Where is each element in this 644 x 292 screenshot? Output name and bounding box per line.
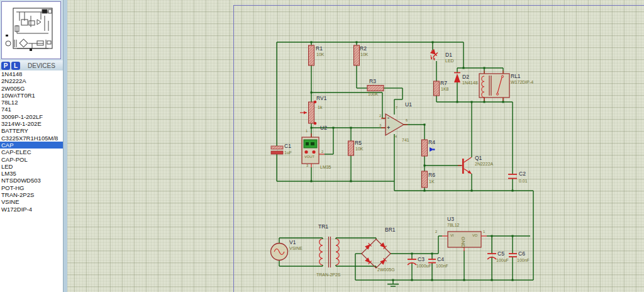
component-c2[interactable] bbox=[508, 174, 517, 179]
label-c1: C1 bbox=[284, 143, 291, 149]
device-list-item[interactable]: W172DIP-4 bbox=[0, 206, 63, 213]
device-list-item[interactable]: 3009P-1-202LF bbox=[0, 113, 63, 120]
value-rl1: W172DIP-4 bbox=[511, 80, 533, 84]
label-u2: U2 bbox=[320, 125, 327, 131]
label-d1: D1 bbox=[445, 52, 452, 58]
component-br1-bridge[interactable] bbox=[362, 239, 391, 268]
device-list[interactable]: 1N4148 2N2222A 2W005G 10WATT0R1 78L12 74… bbox=[0, 70, 63, 292]
device-list-item[interactable]: CAP-ELEC bbox=[0, 149, 63, 155]
device-list-item[interactable]: 2N2222A bbox=[0, 77, 63, 84]
component-r7[interactable] bbox=[434, 81, 440, 96]
component-r4[interactable] bbox=[422, 140, 428, 156]
label-c5: C5 bbox=[497, 251, 504, 257]
device-list-item[interactable]: NTSD0WD503 bbox=[0, 177, 63, 184]
component-q1[interactable] bbox=[458, 157, 472, 174]
u1-pin-vminus: 4 bbox=[395, 135, 397, 139]
device-list-item-selected[interactable]: CAP bbox=[0, 142, 63, 149]
label-c4: C4 bbox=[437, 257, 444, 262]
u1-pin-inv: 2 bbox=[379, 115, 381, 118]
u3-pin-out: 1 bbox=[483, 230, 485, 234]
label-r5: R5 bbox=[355, 140, 362, 146]
devices-header-label: DEVICES bbox=[28, 62, 55, 69]
label-r4: R4 bbox=[428, 140, 435, 145]
label-c2: C2 bbox=[519, 171, 526, 177]
device-list-item[interactable]: TRAN-2P2S bbox=[0, 191, 63, 198]
component-rv1[interactable] bbox=[300, 101, 316, 125]
component-u1-741[interactable] bbox=[381, 114, 408, 135]
value-q1: 2N2222A bbox=[475, 162, 493, 166]
label-c3: C3 bbox=[418, 257, 425, 262]
label-rv1: RV1 bbox=[316, 96, 326, 101]
component-r6[interactable] bbox=[422, 171, 428, 188]
label-u1: U1 bbox=[405, 102, 412, 108]
value-r1: 10K bbox=[316, 52, 324, 57]
label-q1: Q1 bbox=[475, 155, 482, 161]
sidebar: P L DEVICES 1N4148 2N2222A 2W005G 10WATT… bbox=[0, 0, 63, 292]
u1-pin-noninv: 3 bbox=[379, 124, 381, 128]
overview-minimap[interactable] bbox=[1, 1, 61, 59]
u2-pin2: 2 bbox=[321, 150, 323, 154]
library-button[interactable]: L bbox=[11, 62, 20, 70]
label-c6: C6 bbox=[518, 251, 525, 257]
device-list-item[interactable]: 3214W-1-202E bbox=[0, 120, 63, 127]
u3-pin-in: 2 bbox=[435, 230, 437, 234]
component-rl1-relay[interactable] bbox=[479, 70, 509, 101]
component-c1[interactable] bbox=[271, 146, 283, 154]
device-list-item[interactable]: C3225X7R1H105M/8 bbox=[0, 135, 63, 142]
component-d2[interactable] bbox=[454, 73, 460, 83]
value-u2: LM35 bbox=[320, 165, 331, 169]
u1-plus-sign: + bbox=[387, 125, 390, 131]
label-br1: BR1 bbox=[385, 227, 396, 233]
value-c1: 1uF bbox=[284, 150, 292, 155]
ground-icon bbox=[387, 284, 399, 287]
label-r6: R6 bbox=[428, 172, 435, 178]
device-list-item[interactable]: POT-HG bbox=[0, 184, 63, 191]
u3-gnd-label: GND bbox=[460, 237, 465, 248]
device-list-item[interactable]: BATTERY bbox=[0, 127, 63, 134]
component-r1[interactable] bbox=[309, 45, 314, 65]
value-r3: 100K bbox=[368, 92, 378, 96]
label-r2: R2 bbox=[360, 46, 367, 52]
component-r3[interactable] bbox=[367, 86, 384, 91]
value-r6: 1K bbox=[429, 179, 435, 184]
device-list-item[interactable]: 78L12 bbox=[0, 99, 63, 106]
value-c4: 100nF bbox=[436, 264, 448, 268]
device-list-item[interactable]: CAP-POL bbox=[0, 156, 63, 163]
value-c2: 0.01 bbox=[519, 179, 528, 183]
value-r2: 10K bbox=[360, 52, 368, 57]
value-d2: 1N4148 bbox=[462, 81, 478, 85]
u2-pin3: 3 bbox=[306, 164, 308, 168]
device-list-item[interactable]: LED bbox=[0, 163, 63, 170]
component-c4[interactable] bbox=[428, 259, 436, 263]
device-list-item[interactable]: 1N4148 bbox=[0, 70, 63, 77]
sidebar-divider bbox=[63, 0, 67, 292]
label-r3: R3 bbox=[369, 79, 376, 84]
component-v1-vsine[interactable] bbox=[271, 244, 288, 261]
value-c5: 100uF bbox=[496, 258, 509, 262]
component-tr1-transformer[interactable] bbox=[319, 237, 339, 267]
probe-marker-icon[interactable] bbox=[430, 147, 435, 152]
device-list-item[interactable]: 741 bbox=[0, 106, 63, 113]
value-c6: 100nF bbox=[517, 258, 530, 262]
schematic-drawing[interactable] bbox=[0, 0, 644, 292]
u1-pin-vplus: 7 bbox=[396, 106, 397, 110]
value-u3: 78L12 bbox=[447, 223, 459, 227]
pick-devices-button[interactable]: P bbox=[1, 62, 10, 70]
device-list-item[interactable]: VSINE bbox=[0, 198, 63, 205]
value-rv1: 1k bbox=[318, 105, 322, 110]
value-r5: 10K bbox=[355, 147, 363, 151]
device-list-item[interactable]: 2W005G bbox=[0, 85, 63, 92]
device-list-item[interactable]: 10WATT0R1 bbox=[0, 92, 63, 99]
object-selector-header: P L DEVICES bbox=[0, 60, 63, 70]
component-d1-led[interactable] bbox=[427, 48, 440, 61]
component-r5[interactable] bbox=[348, 141, 354, 155]
value-br1: 2W005G bbox=[377, 267, 395, 272]
u3-vi-label: VI bbox=[450, 234, 453, 238]
label-v1: V1 bbox=[289, 240, 296, 245]
value-c3: 1000uF bbox=[416, 264, 431, 268]
label-r7: R7 bbox=[440, 81, 447, 86]
component-r2[interactable] bbox=[354, 45, 360, 65]
device-list-item[interactable]: LM35 bbox=[0, 170, 63, 177]
component-c6[interactable] bbox=[509, 254, 517, 257]
value-tr1: TRAN-2P2S bbox=[316, 272, 341, 277]
